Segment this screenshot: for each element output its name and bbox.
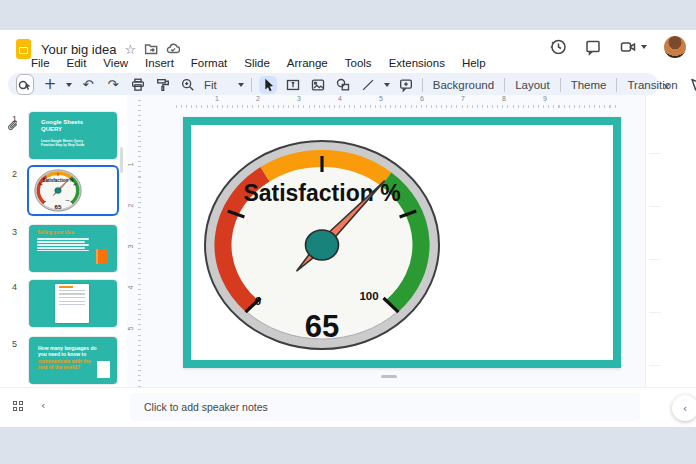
slide-number: 4 xyxy=(12,282,17,292)
document-title[interactable]: Your big idea xyxy=(41,42,116,57)
letterbox-bottom xyxy=(0,427,696,464)
transition-button[interactable]: Transition xyxy=(624,79,680,91)
close-panel-icon[interactable]: × xyxy=(663,80,670,94)
menu-extensions[interactable]: Extensions xyxy=(389,57,445,69)
menu-tools[interactable]: Tools xyxy=(345,57,372,69)
redo-button[interactable]: ↷ xyxy=(104,76,122,94)
svg-text:Satisfaction %: Satisfaction % xyxy=(243,180,400,206)
thumb5-text-white: How many languages do you need to know t… xyxy=(38,345,97,357)
insert-shape-button[interactable] xyxy=(334,76,352,94)
insert-line-button[interactable] xyxy=(359,76,377,94)
letterbox-top xyxy=(0,0,696,30)
theme-button[interactable]: Theme xyxy=(568,79,610,91)
select-tool[interactable] xyxy=(259,76,277,94)
thumb3-book-image xyxy=(96,249,108,264)
thumb1-subtitle: Learn Google Sheets Query Function Step … xyxy=(29,133,89,147)
gauge-chart[interactable]: 0100Satisfaction %65 xyxy=(202,137,442,353)
print-button[interactable] xyxy=(129,76,147,94)
undo-button[interactable]: ↶ xyxy=(79,76,97,94)
video-camera-icon xyxy=(619,38,637,56)
thumb1-title: Google Sheets QUERY xyxy=(29,112,96,133)
new-slide-caret-icon[interactable] xyxy=(66,83,72,87)
line-caret-icon[interactable] xyxy=(384,83,390,87)
menu-view[interactable]: View xyxy=(103,57,128,69)
menu-edit[interactable]: Edit xyxy=(67,57,87,69)
filmstrip-scrollbar[interactable] xyxy=(120,147,123,173)
layout-button[interactable]: Layout xyxy=(512,79,553,91)
slide-thumbnail-5[interactable]: 5 How many languages do you need to know… xyxy=(0,337,127,387)
thumb3-title: Selling your idea xyxy=(29,225,117,235)
account-avatar[interactable] xyxy=(664,36,686,58)
background-button[interactable]: Background xyxy=(430,79,497,91)
menu-format[interactable]: Format xyxy=(191,57,227,69)
slide-number: 1 xyxy=(12,114,17,124)
svg-text:0: 0 xyxy=(255,295,261,307)
zoom-select[interactable]: Fit xyxy=(204,79,217,91)
insert-comment-button[interactable] xyxy=(397,76,415,94)
slide-number: 2 xyxy=(12,169,17,179)
menu-insert[interactable]: Insert xyxy=(145,57,174,69)
thumb5-document-image xyxy=(97,361,110,378)
speaker-notes-input[interactable]: Click to add speaker notes xyxy=(130,393,640,421)
video-call-button[interactable] xyxy=(619,38,647,56)
svg-text:65: 65 xyxy=(305,309,339,344)
slide-thumbnail-4[interactable]: 4 xyxy=(0,280,127,330)
zoom-caret-icon[interactable] xyxy=(238,83,244,87)
laser-pointer-icon[interactable] xyxy=(688,76,696,94)
chevron-down-icon xyxy=(641,45,647,49)
main-area: 1 Google Sheets QUERY Learn Google Sheet… xyxy=(0,95,696,388)
paint-format-button[interactable] xyxy=(154,76,172,94)
slide-number: 5 xyxy=(12,339,17,349)
menu-help[interactable]: Help xyxy=(462,57,486,69)
slides-logo-icon[interactable] xyxy=(16,39,31,59)
speaker-notes-bar: ‹ Click to add speaker notes xyxy=(0,387,696,427)
toolbar: + ↶ ↷ Fit xyxy=(8,73,658,96)
star-icon[interactable]: ☆ xyxy=(124,43,136,56)
version-history-icon[interactable] xyxy=(549,38,567,56)
gauge-svg: 0100Satisfaction %65 xyxy=(33,169,83,212)
insert-image-button[interactable] xyxy=(309,76,327,94)
thumb2-gauge-chart: 0100Satisfaction %65 xyxy=(33,169,83,212)
cloud-saved-icon[interactable] xyxy=(166,42,180,56)
new-slide-button[interactable]: + xyxy=(41,76,59,94)
google-slides-window: Your big idea ☆ File Edit View Insert Fo… xyxy=(0,30,696,427)
comments-icon[interactable] xyxy=(584,38,602,56)
grid-view-icon[interactable] xyxy=(13,401,23,411)
text-box-tool[interactable] xyxy=(284,76,302,94)
menu-arrange[interactable]: Arrange xyxy=(287,57,328,69)
move-folder-icon[interactable] xyxy=(144,42,158,56)
slide-canvas[interactable]: 1 2 3 4 5 6 7 8 9 0100Satisfaction %65 xyxy=(143,95,645,388)
vertical-ruler: 1 2 3 4 5 xyxy=(127,95,143,388)
right-side-panel xyxy=(645,95,696,388)
svg-text:Satisfaction %: Satisfaction % xyxy=(42,178,73,183)
horizontal-ruler: 1 2 3 4 5 6 7 8 9 xyxy=(143,95,623,108)
zoom-icon[interactable] xyxy=(179,76,197,94)
menubar: File Edit View Insert Format Slide Arran… xyxy=(31,57,486,69)
speaker-notes-placeholder: Click to add speaker notes xyxy=(144,401,268,413)
menu-slide[interactable]: Slide xyxy=(244,57,270,69)
notes-resize-handle[interactable] xyxy=(381,375,397,378)
slide-filmstrip: 1 Google Sheets QUERY Learn Google Sheet… xyxy=(0,95,127,388)
menu-file[interactable]: File xyxy=(31,57,50,69)
slide-thumbnail-1[interactable]: 1 Google Sheets QUERY Learn Google Sheet… xyxy=(0,112,127,162)
cursor-highlight-tool[interactable] xyxy=(16,74,34,95)
slide-thumbnail-3[interactable]: 3 Selling your idea xyxy=(0,225,127,275)
thumb4-document-image xyxy=(55,284,89,323)
side-panel-toggle-button[interactable]: ‹ xyxy=(672,395,696,421)
gauge-svg: 0100Satisfaction %65 xyxy=(202,137,442,353)
current-slide[interactable]: 0100Satisfaction %65 xyxy=(183,117,621,368)
svg-text:100: 100 xyxy=(359,290,378,302)
thumb5-text-orange: communicate with the rest of the world? xyxy=(38,358,91,370)
slide-thumbnail-2-selected[interactable]: 2 0100Satisfaction %65 xyxy=(0,167,127,217)
collapse-filmstrip-icon[interactable]: ‹ xyxy=(41,399,45,412)
header-actions xyxy=(549,36,686,58)
slide-number: 3 xyxy=(12,227,17,237)
svg-text:65: 65 xyxy=(55,203,62,210)
